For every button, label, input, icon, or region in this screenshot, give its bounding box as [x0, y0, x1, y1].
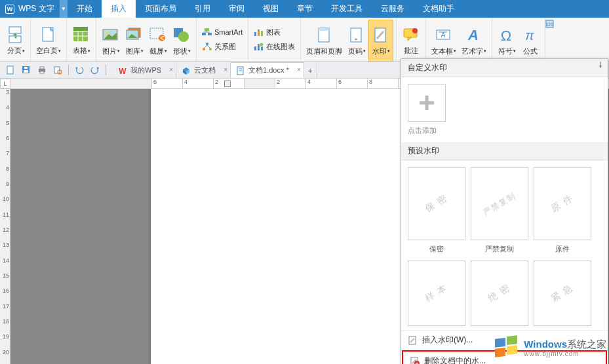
number-panel-icon[interactable]: 123 [545, 20, 555, 29]
svg-point-26 [209, 48, 212, 50]
doc-tab-current-label: 文档1.docx * [248, 65, 289, 75]
watermark-caption: 保密 [408, 244, 465, 254]
svg-rect-58 [40, 71, 44, 73]
menu-tab-review[interactable]: 审阅 [220, 0, 254, 18]
ruler-h-tick: 8 [368, 79, 399, 88]
remove-watermark-icon [410, 356, 420, 365]
wordart-button[interactable]: A 艺术字▾ [459, 20, 489, 62]
ruler-v-tick: 3 [0, 89, 10, 104]
close-icon[interactable]: × [169, 66, 173, 73]
watermark-button[interactable]: 水印▾ [368, 20, 393, 62]
watermark-caption: 原件 [534, 244, 591, 254]
textbox-button[interactable]: A 文本框▾ [429, 20, 459, 62]
menu-tab-cloud[interactable]: 云服务 [372, 0, 414, 18]
remove-watermark-button[interactable]: 删除文档中的水... [402, 350, 607, 364]
new-tab-button[interactable]: + [304, 62, 317, 78]
gallery-button[interactable]: 图库▾ [123, 20, 146, 62]
screenshot-button[interactable]: 截屏▾ [146, 20, 170, 62]
doc-tab-cloud[interactable]: 云文档 × [176, 62, 231, 78]
page-number-button[interactable]: # 页码▾ [345, 20, 368, 62]
blank-page-button[interactable]: 空白页▾ [33, 20, 64, 61]
menu-tab-references[interactable]: 引用 [186, 0, 220, 18]
page-number-label: 页码 [348, 46, 363, 56]
custom-watermark-header: 自定义水印 [401, 59, 608, 77]
ruler-h-tick [245, 79, 275, 88]
blank-page-label: 空白页 [36, 46, 58, 56]
menu-tab-page-layout[interactable]: 页面布局 [136, 0, 186, 18]
smartart-button[interactable]: SmartArt [199, 26, 245, 39]
ruler-v-tick: 11 [0, 211, 10, 227]
comment-button[interactable]: 批注 [399, 20, 423, 61]
shape-button[interactable]: 形状▾ [170, 20, 193, 62]
relation-chart-button[interactable]: 关系图 [199, 40, 245, 53]
relation-icon [202, 41, 212, 52]
watermark-preset-topsecret[interactable]: 绝 密 [471, 261, 528, 326]
svg-text:A: A [467, 27, 479, 43]
new-doc-button[interactable] [3, 63, 18, 77]
page-break-icon [7, 25, 25, 45]
svg-rect-17 [205, 28, 209, 31]
picture-button[interactable]: 图片▾ [99, 20, 123, 62]
table-button[interactable]: 表格▾ [69, 20, 93, 61]
menu-tab-insert[interactable]: 插入 [102, 0, 136, 18]
ruler-indent-marker[interactable] [224, 81, 231, 87]
close-icon[interactable]: × [297, 66, 301, 73]
close-icon[interactable]: × [224, 66, 227, 73]
header-footer-button[interactable]: 页眉和页脚 [304, 20, 345, 62]
svg-line-27 [205, 45, 207, 48]
ruler-v-tick: 15 [0, 272, 10, 287]
insert-watermark-icon [408, 335, 418, 346]
pin-button[interactable] [596, 60, 605, 69]
doc-tab-cloud-label: 云文档 [194, 65, 216, 75]
print-button[interactable] [35, 63, 49, 77]
menu-tab-doc-helper[interactable]: 文档助手 [414, 0, 463, 18]
save-button[interactable] [19, 63, 33, 77]
menu-tab-start[interactable]: 开始 [68, 0, 102, 18]
watermark-preset-confidential[interactable]: 保 密 [408, 167, 465, 240]
page-break-button[interactable]: 分页▾ [4, 20, 28, 61]
ruler-v-tick: 17 [0, 303, 10, 318]
doc-tab-mywps[interactable]: W 我的WPS × [113, 62, 176, 78]
svg-text:Ω: Ω [501, 27, 511, 44]
insert-watermark-button[interactable]: 插入水印(W)... [401, 330, 608, 350]
ruler-v-tick: 7 [0, 150, 10, 165]
doc-tab-current[interactable]: 文档1.docx * × [231, 62, 304, 78]
redo-button[interactable] [88, 63, 102, 77]
svg-rect-37 [319, 28, 329, 31]
print-preview-button[interactable] [50, 63, 65, 77]
menu-tab-chapter[interactable]: 章节 [288, 0, 322, 18]
ruler-v-tick: 13 [0, 242, 10, 257]
svg-text:A: A [441, 31, 446, 39]
svg-rect-19 [208, 33, 212, 35]
svg-rect-18 [202, 33, 206, 35]
watermark-preset-original[interactable]: 原 件 [534, 167, 591, 240]
remove-watermark-label: 删除文档中的水... [424, 355, 486, 364]
svg-rect-0 [9, 27, 21, 33]
ruler-v-tick: 14 [0, 257, 10, 272]
undo-button[interactable] [72, 63, 87, 77]
chart-button[interactable]: 图表 [251, 26, 298, 39]
svg-text:123: 123 [546, 22, 554, 27]
add-custom-watermark-button[interactable] [408, 84, 446, 122]
watermark-dropdown-panel: 自定义水印 点击添加 预设水印 保 密 严禁复制 原 件 保密 严禁复制 原件 … [401, 58, 608, 364]
watermark-preset-urgent[interactable]: 紧 急 [534, 261, 591, 326]
menu-tab-dev-tools[interactable]: 开发工具 [322, 0, 372, 18]
watermark-caption: 严禁复制 [471, 244, 528, 254]
menu-tab-view[interactable]: 视图 [254, 0, 288, 18]
ruler-h-tick: 6 [337, 79, 368, 88]
watermark-preset-sample[interactable]: 样 本 [408, 261, 465, 326]
equation-button[interactable]: π 公式 [519, 20, 542, 62]
title-dropdown[interactable]: ▼ [60, 0, 68, 18]
doc-icon [236, 66, 245, 75]
symbol-button[interactable]: Ω 符号▾ [495, 20, 519, 62]
online-chart-button[interactable]: 在线图表 [251, 40, 298, 53]
ruler-h-tick: 2 [275, 79, 306, 88]
ruler-h-tick: 4 [183, 79, 214, 88]
ruler-h-tick: 6 [152, 79, 183, 88]
blank-page-icon [39, 25, 58, 45]
ruler-corner[interactable]: L [0, 79, 10, 88]
watermark-preset-no-copy[interactable]: 严禁复制 [471, 167, 528, 240]
screenshot-label: 截屏 [149, 46, 164, 56]
header-footer-label: 页眉和页脚 [306, 46, 342, 56]
symbol-icon: Ω [498, 26, 516, 45]
